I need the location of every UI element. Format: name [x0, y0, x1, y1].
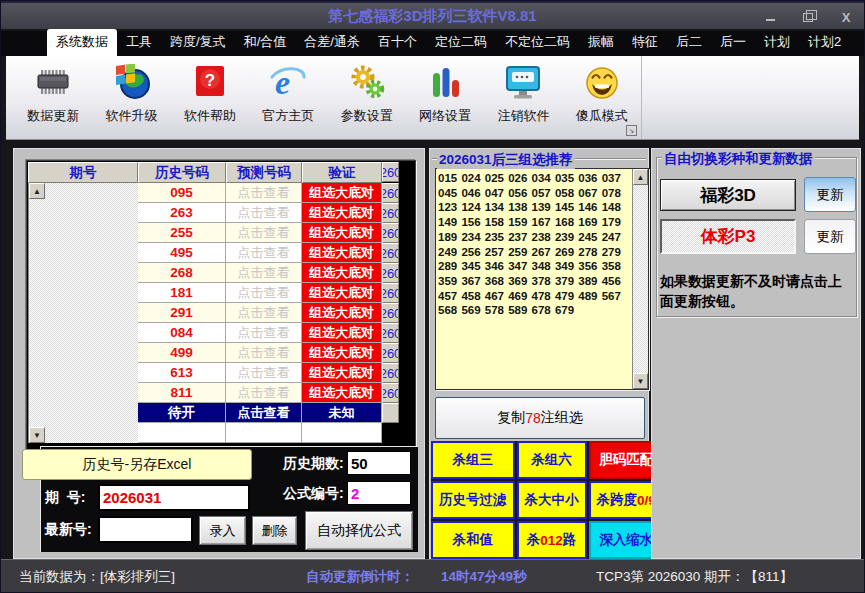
predict-link-cell[interactable]: 点击查看: [226, 383, 302, 403]
verify-cell: [302, 423, 382, 443]
update-fucai-button[interactable]: 更新: [804, 177, 856, 212]
delete-button[interactable]: 删除: [252, 516, 297, 545]
toolbar-button-7[interactable]: 傻瓜模式: [563, 62, 641, 125]
copy-label-count: 78: [525, 410, 541, 426]
filter-button-4[interactable]: 杀大中小: [517, 481, 587, 519]
export-excel-button[interactable]: 历史号-另存Excel: [22, 449, 252, 480]
verify-cell: 组选大底对: [302, 343, 382, 363]
minimize-icon: [766, 19, 775, 21]
tab-item-4[interactable]: 合差/通杀: [295, 29, 369, 56]
tab-item-3[interactable]: 和/合值: [235, 29, 296, 56]
tab-item-13[interactable]: 计划2: [799, 29, 850, 56]
ticai-p3-button[interactable]: 体彩P3: [660, 219, 796, 254]
table-header-cell: 期号: [28, 162, 138, 183]
filter-button-6[interactable]: 杀和值: [431, 521, 515, 559]
predict-link-cell[interactable]: 点击查看: [226, 363, 302, 383]
toolbar-button-6[interactable]: 注销软件: [484, 62, 562, 125]
latest-number-input[interactable]: [98, 516, 193, 543]
toolbar-button-label: 软件升级: [106, 107, 158, 125]
numbers-scrollbar[interactable]: ▲ ▼: [632, 169, 648, 389]
history-number-cell: 181: [138, 283, 226, 303]
tab-item-5[interactable]: 百十个: [369, 29, 426, 56]
scroll-down-icon[interactable]: ▼: [633, 373, 648, 389]
table-header-cell: 验证: [302, 162, 382, 183]
svg-text:?: ?: [205, 71, 215, 90]
update-ticai-button[interactable]: 更新: [804, 219, 856, 254]
recommend-panel: 2026031后三组选推荐 015 024 025 026 034 035 03…: [429, 148, 649, 559]
minimize-button[interactable]: [762, 9, 778, 25]
bar-chart-icon: [426, 62, 464, 104]
verify-cell: 组选大底对: [302, 303, 382, 323]
tab-item-1[interactable]: 工具: [117, 29, 161, 56]
predict-link-cell[interactable]: 点击查看: [226, 303, 302, 323]
tab-item-8[interactable]: 振幅: [579, 29, 623, 56]
history-count-input[interactable]: [347, 451, 411, 475]
gears-icon: [347, 62, 387, 104]
recommended-numbers[interactable]: 015 024 025 026 034 035 036 037 045 046 …: [438, 171, 632, 387]
copy-label-pre: 复制: [497, 409, 525, 427]
table-scrollbar[interactable]: ▲▼: [28, 183, 138, 443]
toolbar-group: 数据更新软件升级?软件帮助e官方主页参数设置网络设置注销软件傻瓜模式↘: [6, 56, 642, 139]
title-bar: 第七感福彩3D排列三软件V8.81 X: [1, 1, 864, 29]
verify-cell: 组选大底对: [302, 283, 382, 303]
filter-button-1[interactable]: 杀组六: [517, 441, 587, 479]
filter-button-0[interactable]: 杀组三: [431, 441, 515, 479]
period-cell: 2026024: [382, 243, 399, 263]
period-cell: [382, 403, 399, 423]
tab-item-2[interactable]: 跨度/复式: [161, 29, 235, 56]
toolbar-button-label: 网络设置: [419, 107, 471, 125]
predict-link-cell[interactable]: 点击查看: [226, 203, 302, 223]
predict-link-cell[interactable]: 点击查看: [226, 343, 302, 363]
filter-button-7[interactable]: 杀012路: [517, 521, 587, 559]
verify-cell: 组选大底对: [302, 323, 382, 343]
numbers-box: 015 024 025 026 034 035 036 037 045 046 …: [435, 168, 649, 390]
toolbar-button-5[interactable]: 网络设置: [406, 62, 484, 125]
tab-item-0[interactable]: 系统数据: [47, 29, 117, 56]
toolbar-expand-icon[interactable]: ↘: [626, 125, 637, 136]
predict-link-cell[interactable]: 点击查看: [226, 283, 302, 303]
history-number-cell: 499: [138, 343, 226, 363]
period-cell: 2026020: [382, 162, 399, 182]
close-icon: X: [842, 10, 851, 25]
auto-optimize-formula-button[interactable]: 自动择优公式: [305, 511, 413, 550]
scroll-down-icon[interactable]: ▼: [29, 427, 45, 443]
tab-item-9[interactable]: 特征: [623, 29, 667, 56]
period-input[interactable]: [98, 484, 250, 511]
predict-link-cell[interactable]: 点击查看: [226, 323, 302, 343]
scroll-up-icon[interactable]: ▲: [633, 169, 648, 185]
toolbar-button-4[interactable]: 参数设置: [328, 62, 406, 125]
tab-item-11[interactable]: 后一: [711, 29, 755, 56]
chip-icon: [34, 62, 72, 104]
predict-link-cell[interactable]: 点击查看: [226, 183, 302, 203]
period-cell: 2026030: [382, 363, 399, 383]
toolbar-button-0[interactable]: 数据更新: [14, 62, 92, 125]
toolbar-button-2[interactable]: ?软件帮助: [171, 62, 249, 125]
predict-link-cell[interactable]: 点击查看: [226, 223, 302, 243]
tab-item-6[interactable]: 定位二码: [426, 29, 496, 56]
verify-cell: 组选大底对: [302, 383, 382, 403]
predict-link-cell[interactable]: 点击查看: [226, 243, 302, 263]
toolbar-button-label: 参数设置: [341, 107, 393, 125]
period-label: 期 号:: [45, 489, 85, 507]
scroll-up-icon[interactable]: ▲: [29, 183, 45, 199]
copy-group-selection-button[interactable]: 复制78注组选: [435, 397, 645, 439]
predict-link-cell[interactable]: [226, 423, 302, 443]
restore-button[interactable]: [800, 9, 816, 25]
close-button[interactable]: X: [838, 9, 854, 25]
filter-button-3[interactable]: 历史号过滤: [431, 481, 515, 519]
filter-button-grid: 杀组三杀组六胆码匹配历史号过滤杀大中小杀跨度0/9杀和值杀012路深入缩水: [431, 441, 649, 559]
tab-item-7[interactable]: 不定位二码: [496, 29, 579, 56]
toolbar-button-3[interactable]: e官方主页: [249, 62, 327, 125]
verify-cell: 组选大底对: [302, 243, 382, 263]
toolbar-button-1[interactable]: 软件升级: [92, 62, 170, 125]
verify-cell: 组选大底对: [302, 183, 382, 203]
enter-button[interactable]: 录入: [199, 516, 246, 545]
tab-item-10[interactable]: 后二: [667, 29, 711, 56]
predict-link-cell[interactable]: 点击查看: [226, 403, 302, 423]
history-table: 期号历史号码预测号码验证▲▼2026020095点击查看组选大底对2026021…: [26, 160, 416, 458]
fucai-3d-button[interactable]: 福彩3D: [660, 179, 796, 211]
period-cell: 2026026: [382, 283, 399, 303]
formula-number-input[interactable]: [347, 481, 411, 505]
tab-item-12[interactable]: 计划: [755, 29, 799, 56]
predict-link-cell[interactable]: 点击查看: [226, 263, 302, 283]
